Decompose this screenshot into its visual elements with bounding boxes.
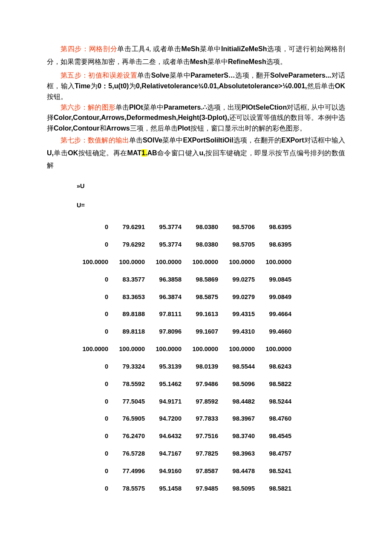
table-cell: 98.0380 — [187, 236, 223, 253]
step-4-paragraph: 第四步：网格剖分单击工具4, 或者单击MeSh菜单中InitiaIiZeMeSh… — [47, 43, 345, 68]
table-cell: 96.3874 — [150, 288, 187, 306]
table-cell: 0 — [77, 375, 113, 393]
text: 选项，翻开 — [235, 72, 270, 79]
arrows: Arrows — [107, 125, 130, 132]
solve-menu: Solve — [151, 72, 170, 79]
table-cell: 98.5822 — [260, 375, 297, 393]
table-cell: 98.5705 — [223, 236, 260, 253]
solve-parameters-dialog: SolveParameters... — [270, 72, 331, 79]
table-row: 100.0000100.0000100.0000100.0000100.0000… — [77, 340, 297, 358]
table-row: 076.247094.643297.751698.374098.4545 — [77, 427, 297, 445]
table-cell: 98.6395 — [260, 218, 297, 236]
solve-menu-2: SOlVe — [143, 137, 162, 144]
table-cell: 97.8592 — [187, 393, 223, 410]
table-cell: 0 — [77, 218, 113, 236]
plot-menu: PIOt — [129, 104, 143, 111]
step-7-label: 第七步：数值解的输出 — [61, 137, 129, 144]
table-cell: 97.9486 — [187, 375, 223, 393]
table-cell: 97.7516 — [187, 427, 223, 445]
table-cell: 83.3577 — [113, 271, 150, 288]
table-cell: 98.0380 — [187, 218, 223, 236]
time-label: Time — [75, 82, 90, 90]
initialize-mesh-option: InitiaIiZeMeSh — [221, 45, 267, 52]
table-cell: 94.6432 — [150, 427, 187, 445]
text: 选项，在翻开的 — [233, 137, 282, 144]
text: 菜单中 — [169, 72, 190, 79]
text: 和 — [100, 125, 107, 132]
table-cell: 99.1607 — [187, 323, 223, 340]
export-solution-option: EXPortSoliItiOil — [183, 137, 233, 144]
table-cell: 98.4757 — [260, 445, 297, 462]
table-row: 079.629195.377498.038098.570698.6395 — [77, 218, 297, 236]
table-cell: 76.5728 — [113, 445, 150, 462]
table-cell: 98.4482 — [223, 393, 260, 410]
table-row: 077.504594.917197.859298.448298.5244 — [77, 393, 297, 410]
table-cell: 94.9171 — [150, 393, 187, 410]
table-cell: 98.5706 — [223, 218, 260, 236]
table-cell: 89.8188 — [113, 305, 150, 323]
text: 选项，出现 — [207, 104, 242, 111]
table-cell: 94.9160 — [150, 462, 187, 480]
table-cell: 98.5096 — [223, 375, 260, 393]
table-cell: 97.8587 — [187, 462, 223, 480]
table-cell: 99.4315 — [223, 305, 260, 323]
text: 按钮，窗口显示出时的解的彩色图形。 — [190, 125, 306, 132]
table-cell: 100.0000 — [77, 253, 113, 271]
table-cell: 99.4310 — [223, 323, 260, 340]
table-cell: 98.6243 — [260, 358, 297, 375]
plot-options-list: Color,Contour,Arrows,Deformedmesh,Height… — [54, 114, 229, 121]
table-cell: 95.1458 — [150, 480, 187, 497]
text: 对话框中输入 — [304, 137, 345, 144]
table-cell: 0 — [77, 393, 113, 410]
table-cell: 79.3324 — [113, 358, 150, 375]
table-cell: 78.5592 — [113, 375, 150, 393]
step-6-paragraph: 第六步：解的图形单击PIOt菜单中Parameters.∴选项，出现PlOtSe… — [47, 102, 345, 134]
table-cell: 97.8111 — [150, 305, 187, 323]
color-contour: Color,Contour — [54, 125, 100, 132]
table-row: 079.332495.313998.013998.554498.6243 — [77, 358, 297, 375]
table-cell: 98.5875 — [187, 288, 223, 306]
table-cell: 98.6395 — [260, 236, 297, 253]
table-cell: 0 — [77, 410, 113, 427]
table-cell: 77.5045 — [113, 393, 150, 410]
text: 单击 — [137, 72, 151, 79]
table-cell: 100.0000 — [260, 340, 297, 358]
table-cell: 95.3774 — [150, 236, 187, 253]
parameters-option: ParameterS… — [190, 72, 235, 79]
table-row: 076.590594.720097.783398.396798.4760 — [77, 410, 297, 427]
plot-button-label: Plot — [178, 125, 190, 132]
table-cell: 98.5544 — [223, 358, 260, 375]
table-cell: 100.0000 — [113, 253, 150, 271]
table-cell: 97.8096 — [150, 323, 187, 340]
table-row: 089.811897.809699.160799.431099.4660 — [77, 323, 297, 340]
table-cell: 100.0000 — [260, 253, 297, 271]
table-cell: 100.0000 — [150, 253, 187, 271]
table-cell: 99.4664 — [260, 305, 297, 323]
table-cell: 97.7825 — [187, 445, 223, 462]
table-row: 083.365396.387498.587599.027999.0849 — [77, 288, 297, 306]
table-cell: 98.5821 — [260, 480, 297, 497]
table-cell: 100.0000 — [187, 340, 223, 358]
mesh-menu-2: Mesh — [190, 58, 208, 65]
table-row: 078.559295.146297.948698.509698.5822 — [77, 375, 297, 393]
table-cell: 98.4545 — [260, 427, 297, 445]
text: 菜单中 — [208, 58, 228, 65]
text: 单击工具4, 或者单击 — [117, 45, 181, 52]
table-row: 077.499694.916097.858798.447898.5241 — [77, 462, 297, 480]
text: 单击 — [115, 104, 129, 111]
table-cell: 99.0275 — [223, 271, 260, 288]
text: 单击 — [129, 137, 143, 144]
refine-mesh-option: RefineMesh — [228, 58, 266, 65]
matlab-output: »U U= 079.629195.377498.038098.570698.63… — [77, 180, 345, 497]
table-cell: 0 — [77, 445, 113, 462]
table-row: 078.557595.145897.948598.509598.5821 — [77, 480, 297, 497]
table-cell: 0 — [77, 358, 113, 375]
table-cell: 98.5869 — [187, 271, 223, 288]
u-var: U, — [47, 149, 54, 157]
text: 单击 — [54, 149, 68, 157]
table-cell: 99.0849 — [260, 288, 297, 306]
table-cell: 96.3858 — [150, 271, 187, 288]
table-cell: 0 — [77, 323, 113, 340]
text: 按钮确定。再在 — [78, 149, 127, 157]
table-cell: 99.0279 — [223, 288, 260, 306]
